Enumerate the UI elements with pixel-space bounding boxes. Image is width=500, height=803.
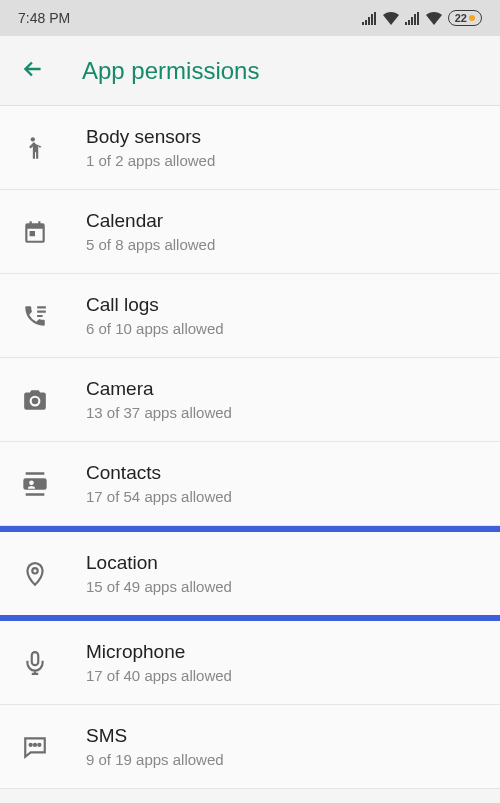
permission-item-camera[interactable]: Camera 13 of 37 apps allowed	[0, 358, 500, 442]
svg-rect-5	[405, 22, 407, 25]
svg-rect-2	[368, 17, 370, 25]
status-indicators: 22	[362, 10, 482, 26]
item-subtitle: 6 of 10 apps allowed	[86, 320, 224, 337]
status-bar: 7:48 PM 22	[0, 0, 500, 36]
permission-item-call-logs[interactable]: Call logs 6 of 10 apps allowed	[0, 274, 500, 358]
wifi-icon	[383, 12, 399, 25]
signal-icon	[362, 12, 377, 25]
item-text: Call logs 6 of 10 apps allowed	[86, 294, 224, 337]
item-title: Location	[86, 552, 232, 574]
svg-rect-4	[374, 12, 376, 25]
permission-item-location[interactable]: Location 15 of 49 apps allowed	[0, 526, 500, 621]
item-subtitle: 1 of 2 apps allowed	[86, 152, 215, 169]
item-title: Call logs	[86, 294, 224, 316]
svg-rect-7	[411, 17, 413, 25]
back-arrow-icon[interactable]	[20, 56, 46, 86]
item-subtitle: 15 of 49 apps allowed	[86, 578, 232, 595]
body-sensors-icon	[20, 133, 50, 163]
item-title: Camera	[86, 378, 232, 400]
svg-rect-3	[371, 14, 373, 25]
item-title: SMS	[86, 725, 224, 747]
svg-rect-1	[365, 20, 367, 25]
item-text: Contacts 17 of 54 apps allowed	[86, 462, 232, 505]
permission-item-contacts[interactable]: Contacts 17 of 54 apps allowed	[0, 442, 500, 526]
sms-icon	[20, 732, 50, 762]
svg-rect-12	[32, 652, 39, 665]
item-text: Location 15 of 49 apps allowed	[86, 552, 232, 595]
item-text: Camera 13 of 37 apps allowed	[86, 378, 232, 421]
svg-rect-9	[417, 12, 419, 25]
contacts-icon	[20, 469, 50, 499]
permission-item-microphone[interactable]: Microphone 17 of 40 apps allowed	[0, 621, 500, 705]
item-text: Body sensors 1 of 2 apps allowed	[86, 126, 215, 169]
svg-rect-0	[362, 22, 364, 25]
item-text: Microphone 17 of 40 apps allowed	[86, 641, 232, 684]
wifi-icon-2	[426, 12, 442, 25]
svg-point-10	[31, 137, 35, 141]
item-text: Calendar 5 of 8 apps allowed	[86, 210, 215, 253]
item-subtitle: 5 of 8 apps allowed	[86, 236, 215, 253]
permission-item-sms[interactable]: SMS 9 of 19 apps allowed	[0, 705, 500, 789]
permissions-list: Body sensors 1 of 2 apps allowed Calenda…	[0, 106, 500, 789]
item-title: Calendar	[86, 210, 215, 232]
call-logs-icon	[20, 301, 50, 331]
permission-item-calendar[interactable]: Calendar 5 of 8 apps allowed	[0, 190, 500, 274]
item-subtitle: 17 of 40 apps allowed	[86, 667, 232, 684]
battery-level: 22	[455, 12, 467, 24]
permission-item-body-sensors[interactable]: Body sensors 1 of 2 apps allowed	[0, 106, 500, 190]
svg-point-13	[30, 743, 32, 745]
signal-icon-2	[405, 12, 420, 25]
item-title: Contacts	[86, 462, 232, 484]
item-title: Body sensors	[86, 126, 215, 148]
item-subtitle: 13 of 37 apps allowed	[86, 404, 232, 421]
header: App permissions	[0, 36, 500, 106]
svg-rect-8	[414, 14, 416, 25]
battery-dot-icon	[469, 15, 475, 21]
battery-indicator: 22	[448, 10, 482, 26]
status-time: 7:48 PM	[18, 10, 70, 26]
item-title: Microphone	[86, 641, 232, 663]
microphone-icon	[20, 648, 50, 678]
svg-point-14	[34, 743, 36, 745]
location-icon	[20, 559, 50, 589]
page-title: App permissions	[82, 57, 259, 85]
calendar-icon	[20, 217, 50, 247]
svg-point-11	[32, 568, 37, 573]
svg-point-15	[38, 743, 40, 745]
svg-rect-6	[408, 20, 410, 25]
item-subtitle: 9 of 19 apps allowed	[86, 751, 224, 768]
item-subtitle: 17 of 54 apps allowed	[86, 488, 232, 505]
item-text: SMS 9 of 19 apps allowed	[86, 725, 224, 768]
camera-icon	[20, 385, 50, 415]
